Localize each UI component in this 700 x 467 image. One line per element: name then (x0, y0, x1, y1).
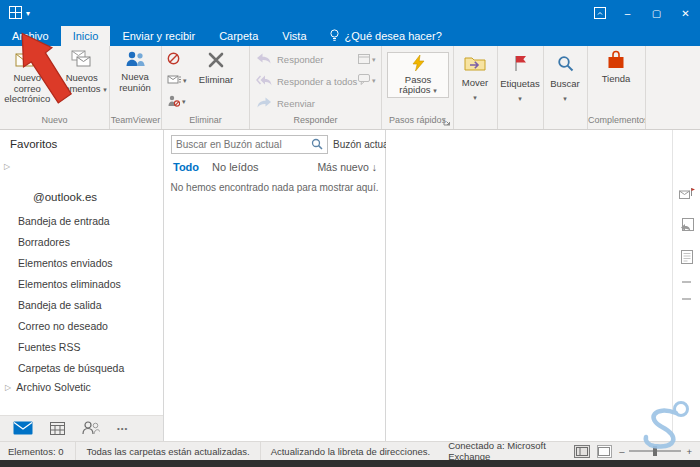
im-mini-icon (358, 74, 370, 87)
magnifier-icon (557, 55, 574, 74)
ribbon-group-tags: Etiquetas ▾ (498, 46, 544, 129)
search-icon[interactable] (311, 138, 323, 152)
new-items-label: Nuevos elementos ▾ (55, 73, 110, 94)
meeting-mini-icon (358, 53, 370, 66)
search-scope-value: Buzón actual (333, 139, 391, 150)
ribbon-group-addins: Tienda Complementos (588, 46, 646, 129)
search-input[interactable] (176, 139, 308, 150)
quick-steps-text: Pasos rápidos (399, 74, 431, 96)
ribbon-group-new: Nuevo correo electrónico Nuevos elemento… (0, 46, 110, 129)
collapse-triangle-icon[interactable]: ▷ (4, 163, 163, 171)
folder-deleted[interactable]: Elementos eliminados (0, 274, 163, 295)
store-button[interactable]: Tienda (588, 46, 644, 114)
tags-button[interactable]: Etiquetas ▾ (498, 46, 542, 129)
favorites-header[interactable]: Favoritos (10, 138, 163, 150)
sort-dropdown[interactable]: Más nuevo ↓ (317, 161, 377, 173)
app-grid-icon[interactable] (9, 6, 22, 21)
search-box[interactable] (171, 135, 328, 154)
zoom-slider-thumb[interactable] (653, 446, 657, 456)
reading-view-button[interactable] (597, 445, 612, 458)
folder-outbox[interactable]: Bandeja de salida (0, 295, 163, 316)
zoom-out-button[interactable]: – (619, 446, 624, 457)
respond-meeting-button[interactable]: ▾ (358, 52, 376, 67)
nav-people-button[interactable] (82, 421, 100, 437)
new-meeting-label: Nueva reunión (110, 72, 160, 93)
archive-group-row[interactable]: ▷ Archivo Solvetic (5, 381, 163, 393)
flagged-mail-icon[interactable] (679, 187, 695, 203)
chevron-down-icon: ▾ (372, 56, 376, 63)
junk-button[interactable]: ▾ (167, 94, 187, 109)
status-bar: Elementos: 0 Todas las carpetas están ac… (0, 441, 700, 460)
document-icon[interactable] (681, 250, 693, 266)
reply-all-icon (256, 75, 272, 88)
folder-sent[interactable]: Elementos enviados (0, 253, 163, 274)
flag-icon (513, 55, 528, 74)
ignore-button[interactable] (167, 52, 187, 67)
quick-steps-label: Pasos rápidos ▾ (388, 75, 448, 96)
ribbon-display-options-icon[interactable] (587, 0, 613, 26)
new-meeting-button[interactable]: Nueva reunión (110, 46, 160, 114)
move-button[interactable]: Mover ▾ (454, 46, 496, 129)
clean-up-icon (167, 74, 181, 87)
right-action-strip (672, 130, 700, 441)
quick-access-toolbar[interactable]: ▾ (0, 6, 30, 21)
expand-triangle-icon[interactable]: ▷ (5, 383, 11, 392)
new-email-button[interactable]: Nuevo correo electrónico (0, 46, 55, 114)
folder-search-folders[interactable]: Carpetas de búsqueda (0, 358, 163, 379)
close-button[interactable]: ✕ (671, 0, 700, 26)
filter-unread-tab[interactable]: No leídos (212, 161, 258, 173)
tags-label: Etiquetas (500, 79, 540, 90)
minimize-button[interactable]: – (613, 0, 642, 26)
nav-more-button[interactable]: ••• (117, 424, 128, 433)
folder-drafts[interactable]: Borradores (0, 232, 163, 253)
address-book-status: Actualizando la libreta de direcciones. (260, 442, 440, 460)
normal-view-button[interactable] (574, 445, 589, 458)
reply-all-button[interactable]: Responder a todos (256, 72, 356, 91)
bottom-edge-strip (0, 460, 700, 467)
maximize-button[interactable]: ▢ (642, 0, 671, 26)
chevron-down-icon: ▾ (518, 95, 522, 102)
delete-button[interactable]: Eliminar (189, 46, 244, 114)
respond-im-button[interactable]: ▾ (358, 73, 376, 88)
zoom-control: – + (619, 446, 692, 457)
new-items-text: Nuevos elementos (57, 72, 101, 94)
tab-file[interactable]: Archivo (0, 26, 61, 46)
nav-calendar-button[interactable] (50, 421, 65, 437)
forward-icon (256, 97, 272, 110)
clean-up-button[interactable]: ▾ (167, 73, 187, 88)
forward-button[interactable]: Reenviar (256, 94, 356, 113)
ribbon-group-respond: Responder Responder a todos Reenviar ▾ ▾… (250, 46, 382, 129)
new-email-icon (15, 50, 39, 70)
dialog-launcher-icon[interactable] (443, 116, 451, 128)
search-ribbon-button[interactable]: Buscar ▾ (544, 46, 586, 129)
zoom-slider[interactable] (629, 450, 681, 452)
window-controls: – ▢ ✕ (587, 0, 700, 26)
chevron-down-icon: ▾ (103, 86, 107, 93)
quick-steps-gallery[interactable]: Pasos rápidos ▾ (387, 52, 449, 98)
folder-inbox[interactable]: Bandeja de entrada (0, 211, 163, 232)
reply-sheet-icon[interactable] (680, 218, 694, 235)
filter-all-tab[interactable]: Todo (173, 161, 199, 173)
zoom-in-button[interactable]: + (686, 446, 692, 457)
tell-me-box[interactable]: ¿Qué desea hacer? (319, 26, 452, 46)
tab-view[interactable]: Vista (270, 26, 318, 46)
reply-button[interactable]: Responder (256, 50, 356, 69)
folder-pane: Favoritos ▷ @outlook.es Bandeja de entra… (0, 130, 164, 441)
nav-mail-button[interactable] (13, 421, 33, 437)
chevron-down-icon: ▾ (183, 77, 187, 84)
move-label: Mover (462, 78, 488, 89)
folder-rss[interactable]: Fuentes RSS (0, 337, 163, 358)
new-items-button[interactable]: Nuevos elementos ▾ (55, 46, 110, 114)
title-bar: ▾ – ▢ ✕ (0, 0, 700, 26)
chevron-down-icon: ▾ (563, 95, 567, 102)
archive-group-label: Archivo Solvetic (16, 381, 91, 393)
tab-send-receive[interactable]: Enviar y recibir (110, 26, 207, 46)
qat-customize-caret-icon[interactable]: ▾ (26, 10, 30, 17)
lightbulb-icon (329, 29, 340, 44)
folder-junk[interactable]: Correo no deseado (0, 316, 163, 337)
tab-folder[interactable]: Carpeta (207, 26, 270, 46)
tab-home[interactable]: Inicio (61, 26, 111, 46)
ignore-icon (167, 52, 180, 67)
account-root[interactable]: @outlook.es (33, 191, 163, 203)
delete-label: Eliminar (199, 75, 233, 86)
